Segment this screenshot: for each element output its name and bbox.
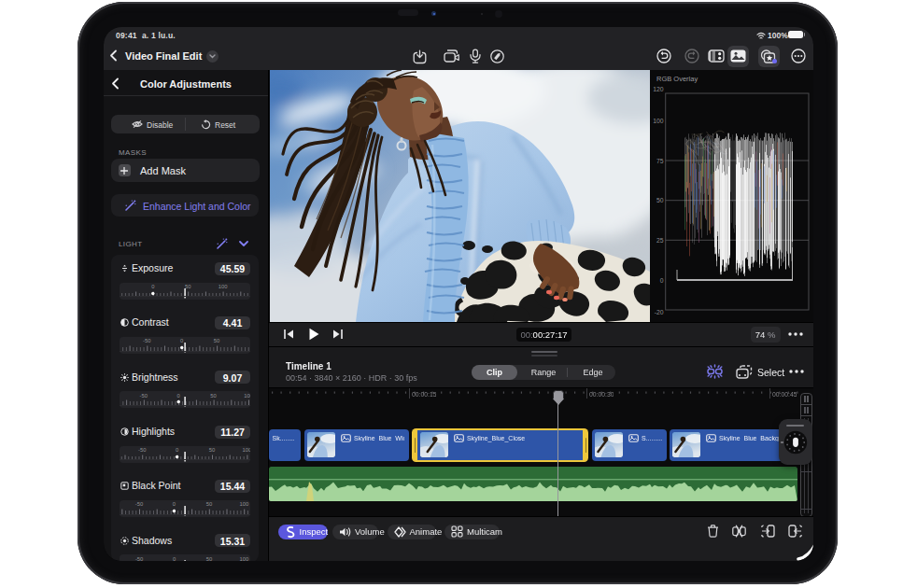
svg-text:100: 100 [653,117,664,123]
svg-text:120: 120 [653,85,664,91]
svg-text:RGB Overlay: RGB Overlay [656,75,698,83]
svg-text:50: 50 [656,197,664,203]
svg-text:25: 25 [656,236,664,243]
svg-text:75: 75 [656,157,664,163]
svg-text:0: 0 [660,276,664,283]
svg-text:-20: -20 [655,308,664,315]
